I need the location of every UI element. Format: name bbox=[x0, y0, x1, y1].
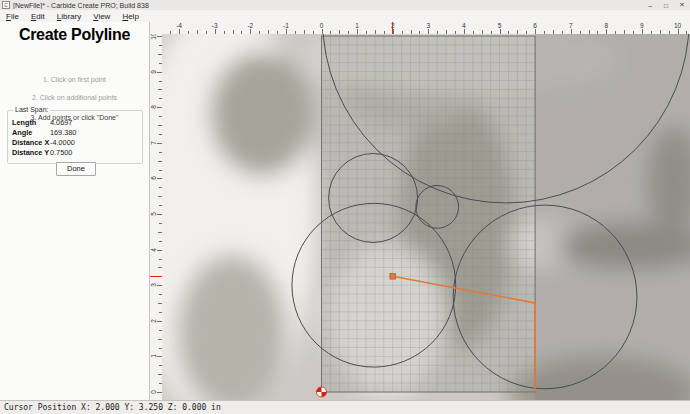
menu-item-library[interactable]: Library bbox=[51, 12, 87, 21]
distance-x-value: -4.0000 bbox=[50, 138, 75, 147]
ruler-label: 1 bbox=[355, 22, 359, 29]
ruler-label: 4 bbox=[462, 22, 466, 29]
last-span-groupbox: Last Span: Length4.0697 Angle169.380 Dis… bbox=[7, 110, 143, 164]
angle-row: Angle169.380 bbox=[12, 128, 138, 137]
close-button[interactable]: ✕ bbox=[674, 1, 690, 9]
minimize-button[interactable]: – bbox=[642, 2, 658, 9]
title-bar: C [NewFile]* - Carbide Create PRO; Build… bbox=[0, 0, 690, 10]
app-window: C [NewFile]* - Carbide Create PRO; Build… bbox=[0, 0, 690, 414]
ruler-label: 7 bbox=[569, 22, 573, 29]
origin-marker bbox=[317, 387, 327, 397]
ruler-label: 3 bbox=[426, 22, 430, 29]
canvas-viewport[interactable] bbox=[162, 34, 690, 400]
instruction-step-2: 2. Click on additional points bbox=[0, 94, 149, 101]
ruler-label: 5 bbox=[150, 207, 162, 221]
length-row: Length4.0697 bbox=[12, 118, 138, 127]
ruler-label: 9 bbox=[640, 22, 644, 29]
ruler-label: 5 bbox=[498, 22, 502, 29]
cursor-marker-vertical bbox=[150, 276, 162, 278]
angle-label: Angle bbox=[12, 128, 50, 137]
ruler-label: 8 bbox=[604, 22, 608, 29]
menu-item-edit[interactable]: Edit bbox=[25, 12, 51, 21]
ruler-label: 10 bbox=[150, 34, 162, 43]
polyline-point-marker[interactable] bbox=[390, 274, 396, 280]
angle-value: 169.380 bbox=[50, 128, 76, 137]
ruler-label: 10 bbox=[674, 22, 681, 29]
ruler-label: 0 bbox=[320, 22, 324, 29]
ruler-label: 1 bbox=[150, 349, 162, 363]
ruler-label: 6 bbox=[150, 171, 162, 185]
outside-stock-veil bbox=[535, 34, 690, 400]
ruler-label: 4 bbox=[150, 243, 162, 257]
ruler-label: 2 bbox=[150, 314, 162, 328]
maximize-button[interactable]: □ bbox=[658, 2, 674, 9]
design-canvas[interactable] bbox=[162, 34, 690, 400]
page-title: Create Polyline bbox=[0, 26, 149, 44]
app-icon: C bbox=[2, 1, 10, 9]
instruction-step-1: 1. Click on first point bbox=[0, 76, 149, 83]
done-button[interactable]: Done bbox=[56, 162, 96, 176]
distance-y-value: 0.7500 bbox=[50, 148, 72, 157]
length-value: 4.0697 bbox=[50, 118, 72, 127]
cursor-position-text: Cursor Position X: 2.000 Y: 3.250 Z: 0.0… bbox=[4, 403, 221, 412]
menu-item-view[interactable]: View bbox=[87, 12, 116, 21]
ruler-label: 9 bbox=[150, 65, 162, 79]
ruler-label: 6 bbox=[533, 22, 537, 29]
ruler-label: 3 bbox=[150, 278, 162, 292]
length-label: Length bbox=[12, 118, 50, 127]
ruler-label: 7 bbox=[150, 136, 162, 150]
window-title: [NewFile]* - Carbide Create PRO; Build 8… bbox=[13, 2, 642, 9]
distance-y-label: Distance Y bbox=[12, 148, 50, 157]
ruler-label: -4 bbox=[176, 22, 182, 29]
grid-lines bbox=[322, 36, 536, 392]
distance-x-label: Distance X bbox=[12, 138, 50, 147]
menu-item-file[interactable]: File bbox=[0, 12, 25, 21]
ruler-label: -2 bbox=[247, 22, 253, 29]
create-polyline-panel: Create Polyline 1. Click on first point … bbox=[0, 22, 150, 400]
photo-blob bbox=[210, 52, 314, 176]
last-span-label: Last Span: bbox=[13, 106, 50, 113]
ruler-label: -1 bbox=[283, 22, 289, 29]
status-bar: Cursor Position X: 2.000 Y: 3.250 Z: 0.0… bbox=[0, 400, 690, 414]
cursor-marker-horizontal bbox=[392, 22, 394, 34]
ruler-label: 8 bbox=[150, 100, 162, 114]
distance-x-row: Distance X-4.0000 bbox=[12, 138, 138, 147]
ruler-label: 0 bbox=[150, 385, 162, 399]
distance-y-row: Distance Y0.7500 bbox=[12, 148, 138, 157]
menu-item-help[interactable]: Help bbox=[116, 12, 144, 21]
ruler-label: -3 bbox=[212, 22, 218, 29]
